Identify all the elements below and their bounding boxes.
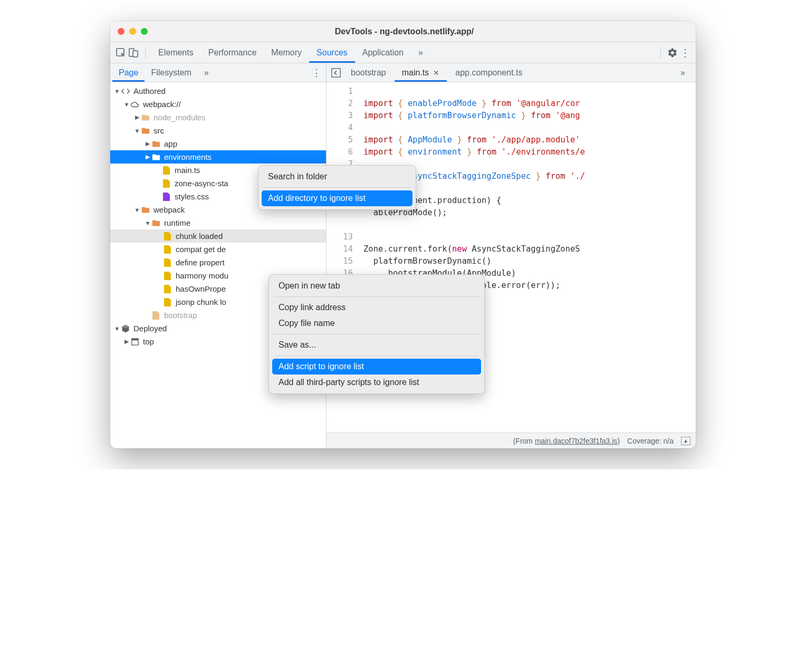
close-icon[interactable]: ✕ [433, 69, 439, 77]
window-controls [118, 28, 148, 35]
status-bar: (From main.dacof7b2fe3f1fa3.js) Coverage… [327, 433, 696, 448]
nav-history-icon[interactable] [330, 66, 342, 79]
file-tab-main[interactable]: main.ts ✕ [395, 63, 447, 82]
source-from: (From main.dacof7b2fe3f1fa3.js) [513, 437, 620, 445]
svg-rect-5 [332, 68, 340, 76]
file-icon [163, 297, 172, 307]
tab-performance[interactable]: Performance [201, 42, 264, 63]
devtools-window: DevTools - ng-devtools.netlify.app/ Elem… [110, 21, 696, 448]
ctx-copy-link[interactable]: Copy link address [272, 300, 481, 315]
maximize-icon[interactable] [141, 28, 148, 35]
close-icon[interactable] [118, 28, 124, 35]
ctx-add-dir-ignore[interactable]: Add directory to ignore list [262, 190, 412, 206]
titlebar: DevTools - ng-devtools.netlify.app/ [110, 21, 696, 42]
tree-src[interactable]: ▼ src [110, 124, 326, 137]
folder-icon [151, 139, 161, 149]
file-icon [162, 192, 171, 201]
collapse-icon[interactable]: ▲ [681, 437, 690, 445]
file-tab-more[interactable]: » [673, 63, 693, 82]
file-icon [163, 271, 172, 281]
file-icon [163, 232, 172, 241]
minimize-icon[interactable] [129, 28, 136, 35]
subtab-filesystem[interactable]: Filesystem [145, 63, 197, 82]
tab-sources[interactable]: Sources [309, 42, 355, 63]
tree-authored[interactable]: ▼ Authored [110, 84, 326, 98]
ctx-open-new-tab[interactable]: Open in new tab [272, 278, 481, 294]
svg-rect-2 [133, 51, 138, 57]
file-icon [163, 258, 172, 267]
subtab-page[interactable]: Page [112, 63, 145, 82]
folder-icon [151, 152, 161, 162]
file-icon [163, 245, 172, 254]
ctx-search-folder[interactable]: Search in folder [262, 169, 412, 185]
tab-more[interactable]: » [411, 42, 430, 63]
folder-icon [141, 126, 150, 136]
tab-elements[interactable]: Elements [151, 42, 201, 63]
context-menu-folder: Search in folder Add directory to ignore… [258, 165, 416, 210]
tree-webpack-scheme[interactable]: ▼ webpack:// [110, 98, 326, 111]
ctx-save-as[interactable]: Save as... [272, 337, 481, 353]
tree-environments[interactable]: ▶ environments [110, 150, 326, 164]
ctx-add-third-party-ignore[interactable]: Add all third-party scripts to ignore li… [272, 375, 481, 390]
source-link[interactable]: main.dacof7b2fe3f1fa3.js [535, 437, 617, 445]
tab-memory[interactable]: Memory [264, 42, 309, 63]
ctx-add-script-ignore[interactable]: Add script to ignore list [272, 359, 481, 375]
ctx-copy-name[interactable]: Copy file name [272, 315, 481, 331]
gear-icon[interactable] [666, 46, 679, 59]
folder-icon [141, 113, 150, 122]
tree-runtime-file-1[interactable]: compat get de [110, 243, 326, 256]
navigator-tabs: Page Filesystem » ⋮ [110, 63, 326, 82]
svg-rect-4 [132, 338, 138, 340]
kebab-icon[interactable]: ⋮ [679, 46, 692, 59]
coverage-label: Coverage: n/a [627, 437, 674, 445]
device-icon[interactable] [127, 46, 140, 59]
inspect-icon[interactable] [114, 46, 127, 59]
context-menu-file: Open in new tab Copy link address Copy f… [268, 274, 485, 394]
file-tab-appcomponent[interactable]: app.component.ts [448, 63, 530, 82]
tree-runtime-file-0[interactable]: chunk loaded [110, 229, 326, 243]
cloud-icon [130, 100, 140, 109]
file-icon [162, 179, 171, 188]
file-icon [163, 284, 172, 294]
main-toolbar: Elements Performance Memory Sources Appl… [110, 42, 696, 63]
file-icon [151, 311, 161, 320]
folder-icon [151, 218, 161, 228]
file-tab-bootstrap[interactable]: bootstrap [343, 63, 394, 82]
tree-app[interactable]: ▶ app [110, 137, 326, 150]
tab-application[interactable]: Application [355, 42, 411, 63]
file-icon [162, 166, 171, 175]
file-tabs: bootstrap main.ts ✕ app.component.ts » [327, 63, 696, 82]
frame-icon [130, 337, 140, 347]
folder-icon [141, 205, 150, 215]
navigator-kebab-icon[interactable]: ⋮ [309, 67, 324, 79]
window-title: DevTools - ng-devtools.netlify.app/ [148, 27, 661, 36]
box-icon [121, 324, 130, 333]
code-icon [121, 87, 130, 96]
tree-node-modules[interactable]: ▶ node_modules [110, 111, 326, 124]
tree-runtime[interactable]: ▼ runtime [110, 216, 326, 229]
tree-runtime-file-2[interactable]: define propert [110, 256, 326, 269]
subtab-more[interactable]: » [198, 63, 215, 82]
